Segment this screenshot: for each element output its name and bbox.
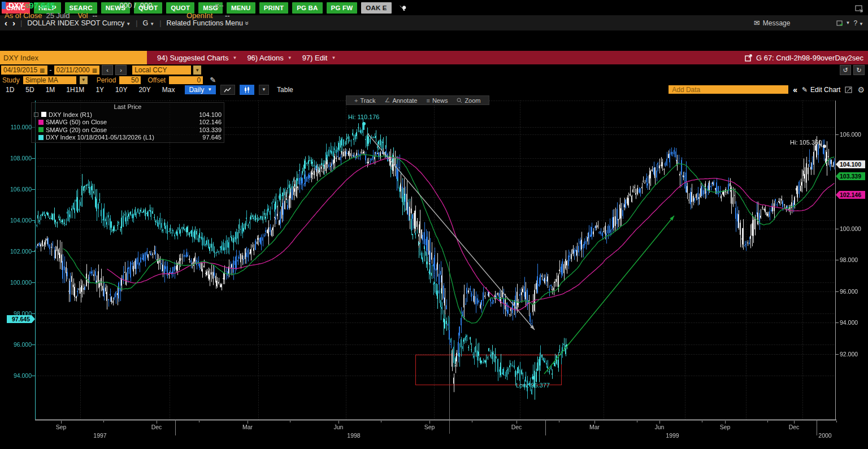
openint-value: -- — [225, 11, 230, 20]
open-chart-icon[interactable] — [745, 54, 753, 62]
study-bar: Study Simple MA ▼ Period 50 Offset 0 ✎ — [0, 76, 868, 84]
frequency-select[interactable]: Daily▼ — [185, 85, 216, 94]
offset-label: Offset — [147, 76, 166, 84]
line-chart-icon[interactable] — [220, 85, 235, 95]
series-value: 102.146 — [191, 119, 222, 125]
chart-area: +Track ∠Annotate ≡News Zoom Last Price D… — [0, 95, 868, 449]
chart-annotation: Low: 96.377 — [516, 382, 550, 389]
tab-5d[interactable]: 5D — [20, 86, 40, 94]
candle-chart-icon[interactable] — [240, 85, 254, 95]
openint-label: OpenInt — [186, 11, 212, 20]
tab-10y[interactable]: 10Y — [110, 86, 133, 94]
x-axis-month-label: Sep — [715, 424, 735, 430]
left-axis-label: 98.000 — [5, 310, 32, 317]
annotate-button[interactable]: ∠Annotate — [381, 97, 421, 104]
tab-6m[interactable]: 1H1M — [60, 86, 90, 94]
legend-item[interactable]: DXY Index 10/18/2041-05/13/2026 (L1) 97.… — [34, 134, 222, 142]
edit-chart-button[interactable]: ✎ Edit Chart — [802, 86, 840, 94]
left-axis-label: 108.000 — [5, 155, 32, 162]
left-axis-label: 100.000 — [5, 279, 32, 286]
actions-menu[interactable]: 96) Actions▼ — [247, 54, 292, 62]
vol-value: -- — [92, 11, 97, 20]
pencil-icon[interactable]: ✎ — [210, 76, 216, 84]
legend-item[interactable]: DXY Index (R1) 104.100 — [34, 111, 222, 119]
double-chevron-icon: » — [243, 21, 251, 25]
edit-menu[interactable]: 97) Edit▼ — [302, 54, 336, 62]
tab-1m[interactable]: 1M — [40, 86, 61, 94]
chart-settings-icon[interactable] — [845, 86, 853, 93]
date-dash: - — [50, 66, 52, 74]
study-select[interactable]: Simple MA — [23, 76, 76, 84]
collapse-panel-icon[interactable]: « — [793, 85, 797, 94]
left-axis-label: 110.000 — [5, 124, 32, 130]
angle-icon: ∠ — [385, 97, 390, 104]
tab-1d[interactable]: 1D — [0, 86, 20, 94]
news-lines-icon: ≡ — [426, 97, 429, 104]
security-input[interactable]: DXY Index — [0, 51, 147, 64]
range-bar: 04/19/2015▦ - 02/11/2000▦ ‹ › Local CCY … — [0, 64, 868, 76]
as-of-label: As of Close — [5, 11, 42, 20]
right-axis-label: 100.000 — [840, 225, 861, 232]
range-back-button[interactable]: ‹ — [102, 65, 113, 75]
table-button[interactable]: Table — [277, 86, 293, 94]
right-axis-label: 92.000 — [840, 351, 858, 358]
x-axis-month-label: Jun — [650, 424, 669, 430]
legend-item[interactable]: SMAVG (50) on Close 102.146 — [34, 119, 222, 127]
add-data-input[interactable]: Add Data — [669, 85, 788, 94]
chart-legend[interactable]: Last Price DXY Index (R1) 104.100 SMAVG … — [31, 102, 224, 143]
ticker: DXY — [8, 1, 24, 10]
x-axis-month-label: Dec — [507, 424, 526, 430]
right-axis-label: 98.000 — [840, 256, 858, 263]
calendar-icon[interactable]: ▦ — [40, 67, 45, 73]
right-axis-label: 94.000 — [840, 319, 858, 326]
tab-max[interactable]: Max — [157, 86, 181, 94]
track-button[interactable]: +Track — [351, 97, 379, 104]
date-to-field[interactable]: 02/11/2000▦ — [54, 66, 100, 75]
currency-dropdown-icon[interactable]: ▼ — [193, 66, 201, 75]
currency-select[interactable]: Local CCY — [132, 66, 191, 75]
x-axis-month-label: Mar — [585, 424, 604, 430]
left-axis-label: 96.000 — [5, 341, 32, 348]
gear-icon[interactable]: ⚙ — [857, 85, 865, 94]
function-bar: DXY Index 94) Suggested Charts▼ 96) Acti… — [0, 51, 868, 64]
series-value: 104.100 — [191, 111, 222, 118]
quote-strip: DXY s 97.645 .000 / .000 --x-- As of Clo… — [0, 30, 868, 51]
redo-button[interactable]: ↻ — [853, 65, 865, 75]
news-button-chart[interactable]: ≡News — [423, 97, 451, 104]
period-tab-bar: 1D 5D 1M 1H1M 1Y 10Y 20Y Max Daily▼ ▼ Ta… — [0, 84, 868, 95]
x-axis-month-label: Mar — [238, 424, 257, 430]
x-axis-year-label: 2000 — [815, 432, 835, 439]
chevron-down-icon: ▼ — [845, 20, 850, 25]
export-panel-button[interactable]: ▼ — [836, 20, 850, 27]
period-input[interactable]: 50 — [119, 76, 141, 84]
x-axis-month-label: Sep — [51, 424, 71, 430]
chevron-down-icon: ▼ — [288, 55, 292, 60]
bid-ask: .000 / .000 — [118, 1, 152, 10]
tab-1y[interactable]: 1Y — [90, 86, 110, 94]
chart-title: G 67: Cndl-2h98-99overDay2sec — [756, 54, 863, 62]
calendar-icon[interactable]: ▦ — [92, 67, 97, 73]
chevron-down-icon: ▼ — [207, 87, 212, 92]
legend-item[interactable]: SMAVG (20) on Close 103.339 — [34, 126, 222, 134]
suggested-charts-menu[interactable]: 94) Suggested Charts▼ — [157, 54, 237, 62]
range-forward-button[interactable]: › — [115, 65, 127, 75]
security-color-square — [2, 2, 6, 9]
tab-20y[interactable]: 20Y — [133, 86, 156, 94]
undo-button[interactable]: ↺ — [840, 65, 851, 75]
right-axis-label: 96.000 — [840, 288, 858, 295]
vol-label: Vol — [77, 11, 88, 20]
right-axis-label: 106.000 — [840, 131, 861, 138]
date-from-field[interactable]: 04/19/2015▦ — [1, 66, 47, 75]
legend-collapse-box[interactable] — [34, 112, 38, 117]
series-swatch — [38, 127, 44, 132]
study-dropdown-icon[interactable]: ▼ — [80, 76, 88, 84]
price-chart-canvas[interactable] — [0, 95, 868, 449]
chevron-down-icon: ▼ — [150, 21, 154, 27]
chevron-down-icon: ▼ — [126, 21, 131, 27]
smavg50-badge: 102.146 — [836, 191, 865, 199]
smavg20-badge: 103.339 — [836, 172, 865, 180]
x-axis-month-label: Jun — [329, 424, 348, 430]
zoom-button[interactable]: Zoom — [453, 97, 484, 104]
chart-type-dropdown-icon[interactable]: ▼ — [259, 85, 269, 95]
offset-input[interactable]: 0 — [169, 76, 203, 84]
